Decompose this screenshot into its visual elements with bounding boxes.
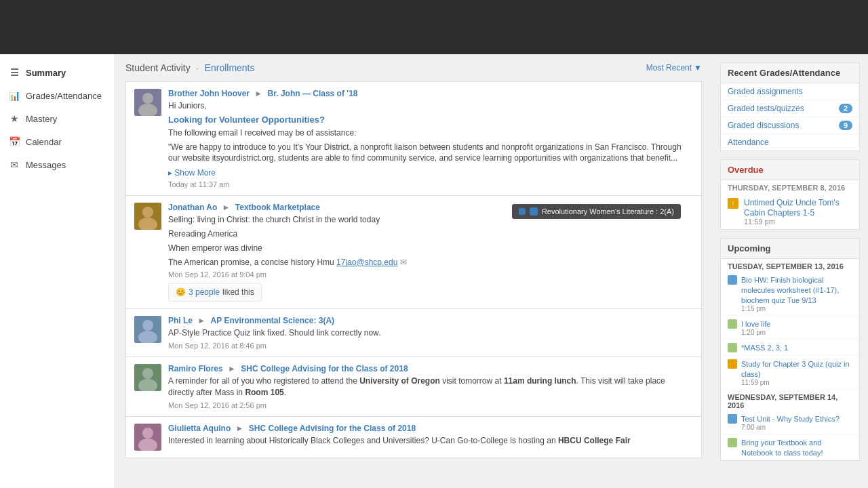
feed-item-author: Ramiro Flores ► SHC College Advising for…: [168, 364, 693, 373]
dropdown-arrow-icon: ▼: [694, 63, 702, 73]
emoji-icon: 😊: [176, 287, 186, 297]
overdue-icon: !: [728, 198, 738, 209]
author-link[interactable]: Giulietta Aquino: [168, 424, 231, 433]
upcoming-section: Upcoming TUESDAY, SEPTEMBER 13, 2016 Bio…: [720, 238, 860, 461]
likes-suffix: liked this: [222, 287, 254, 297]
sidebar-item-grades[interactable]: 📊 Grades/Attendance: [0, 84, 115, 107]
sidebar-item-mastery[interactable]: ★ Mastery: [0, 107, 115, 130]
post-body: A reminder for all of you who registered…: [168, 375, 693, 399]
overdue-item-content: Untimed Quiz Uncle Tom's Cabin Chapters …: [744, 197, 852, 226]
event-icon: [728, 438, 737, 447]
upcoming-item-bio-hw: Bio HW: Finish biological molecules work…: [721, 272, 859, 316]
homework-icon: [728, 414, 737, 424]
author-link[interactable]: Phi Le: [168, 316, 193, 325]
mail-icon: ✉: [400, 258, 407, 267]
upcoming-item-link[interactable]: Bio HW: Finish biological molecules work…: [741, 276, 839, 304]
quiz-icon: [728, 359, 737, 369]
feed-item-giulietta: Giulietta Aquino ► SHC College Advising …: [125, 416, 702, 458]
upcoming-time: 1:15 pm: [741, 305, 852, 312]
avatar: [134, 203, 161, 230]
arrow-icon: ►: [236, 424, 244, 433]
likes-link[interactable]: 3 people: [189, 287, 220, 297]
post-quote: "We are happy to introduce to you It's Y…: [168, 142, 693, 165]
upcoming-item-content: Bring your Textbook and Notebook to clas…: [741, 437, 852, 458]
arrow-icon: ►: [197, 316, 205, 325]
course-link[interactable]: Br. John — Class of '18: [268, 89, 358, 98]
author-link[interactable]: Brother John Hoover: [168, 89, 250, 98]
course-link[interactable]: SHC College Advising for the Class of 20…: [249, 424, 416, 433]
greeting-text: Hi Juniors,: [168, 100, 693, 112]
likes-bar: 😊 3 people liked this: [168, 283, 262, 302]
author-link[interactable]: Ramiro Flores: [168, 364, 223, 373]
graded-discussions-link[interactable]: Graded discussions: [728, 121, 799, 130]
sidebar: ☰ Summary 📊 Grades/Attendance ★ Mastery …: [0, 54, 115, 488]
timestamp: Mon Sep 12, 2016 at 9:04 pm: [168, 270, 693, 279]
graded-assignments-link[interactable]: Graded assignments: [728, 87, 803, 96]
graded-discussions-row: Graded discussions 9: [721, 117, 859, 134]
overdue-time: 11:59 pm: [744, 218, 852, 226]
overdue-title: Overdue: [728, 165, 852, 175]
timestamp: Today at 11:37 am: [168, 180, 693, 188]
most-recent-button[interactable]: Most Recent ▼: [646, 63, 702, 73]
timestamp: Mon Sep 12, 2016 at 8:46 pm: [168, 342, 693, 350]
arrow-icon: ►: [222, 203, 231, 212]
course-link[interactable]: AP Environmental Science: 3(A): [211, 316, 335, 325]
main-content: Student Activity · Enrollments Most Rece…: [115, 54, 712, 488]
bold-text: HBCU College Fair: [558, 436, 631, 445]
upcoming-time: 7:00 am: [741, 424, 852, 431]
overdue-item: ! Untimed Quiz Uncle Tom's Cabin Chapter…: [721, 194, 859, 229]
upcoming-item-link[interactable]: Study for Chapter 3 Quiz (quiz in class): [741, 360, 850, 378]
page-title: Student Activity: [125, 62, 191, 73]
email-link[interactable]: 17jao@shcp.edu: [336, 258, 397, 267]
feed-item-body: Phi Le ► AP Environmental Science: 3(A) …: [168, 316, 693, 350]
upcoming-item-content: Test Unit - Why Study Ethics? 7:00 am: [741, 413, 852, 431]
upcoming-time: 11:59 pm: [741, 379, 852, 386]
course-link[interactable]: Textbook Marketplace: [235, 203, 320, 212]
sidebar-item-label: Grades/Attendance: [26, 91, 102, 101]
upcoming-item-link[interactable]: Bring your Textbook and Notebook to clas…: [741, 439, 823, 457]
homework-icon: [728, 275, 737, 285]
graded-tests-link[interactable]: Graded tests/quizzes: [728, 104, 804, 113]
mastery-icon: ★: [8, 113, 20, 125]
grades-icon: 📊: [8, 89, 20, 102]
messages-icon: ✉: [8, 159, 20, 171]
upcoming-item-love-life: I love life 1:20 pm: [721, 316, 859, 340]
course-link[interactable]: SHC College Advising for the Class of 20…: [241, 364, 408, 373]
overdue-section: Overdue THURSDAY, SEPTEMBER 8, 2016 ! Un…: [720, 159, 860, 230]
badge-text: Revolutionary Women's Literature : 2(A): [542, 207, 674, 216]
attendance-link[interactable]: Attendance: [728, 138, 769, 147]
upcoming-item-link[interactable]: Test Unit - Why Study Ethics?: [741, 415, 840, 423]
upcoming-item-study-quiz: Study for Chapter 3 Quiz (quiz in class)…: [721, 356, 859, 390]
upcoming-item-content: I love life 1:20 pm: [741, 319, 852, 336]
calendar-icon: 📅: [8, 136, 20, 148]
svg-point-7: [142, 320, 153, 331]
post-body: The following email I received may be of…: [168, 127, 693, 139]
sidebar-item-messages[interactable]: ✉ Messages: [0, 153, 115, 176]
avatar: [134, 364, 161, 391]
post-body: Interested in learning about Historicall…: [168, 435, 693, 447]
author-link[interactable]: Jonathan Ao: [168, 203, 217, 212]
sidebar-item-calendar[interactable]: 📅 Calendar: [0, 130, 115, 153]
feed-item-ramiro: Ramiro Flores ► SHC College Advising for…: [125, 357, 702, 416]
event-icon: [728, 319, 737, 329]
bold-text: University of Oregon: [359, 376, 440, 386]
event-icon: [728, 343, 737, 352]
sidebar-item-label: Mastery: [26, 114, 57, 124]
overdue-item-link[interactable]: Untimed Quiz Uncle Tom's Cabin Chapters …: [744, 198, 840, 218]
post-line4: The American promise, a concise history …: [168, 257, 693, 268]
upcoming-date-2: WEDNESDAY, SEPTEMBER 14, 2016: [721, 390, 859, 411]
feed-item-body: Giulietta Aquino ► SHC College Advising …: [168, 424, 693, 451]
separator: ·: [196, 63, 199, 73]
feed-item-jonathan: Jonathan Ao ► Textbook Marketplace Selli…: [125, 195, 702, 308]
upcoming-item-link[interactable]: *MASS 2, 3, 1: [741, 344, 788, 352]
upcoming-header: Upcoming: [721, 239, 859, 259]
upcoming-time: 1:20 pm: [741, 329, 852, 336]
feed-item-author: Brother John Hoover ► Br. John — Class o…: [168, 89, 693, 98]
sidebar-item-summary[interactable]: ☰ Summary: [0, 61, 115, 84]
show-more-link[interactable]: Show More: [168, 168, 216, 178]
enrollments-link[interactable]: Enrollments: [205, 62, 255, 73]
feed-item-author: Phi Le ► AP Environmental Science: 3(A): [168, 316, 693, 325]
feed-item-body: Ramiro Flores ► SHC College Advising for…: [168, 364, 693, 409]
upcoming-item-link[interactable]: I love life: [741, 320, 770, 328]
graded-tests-badge: 2: [839, 104, 852, 113]
